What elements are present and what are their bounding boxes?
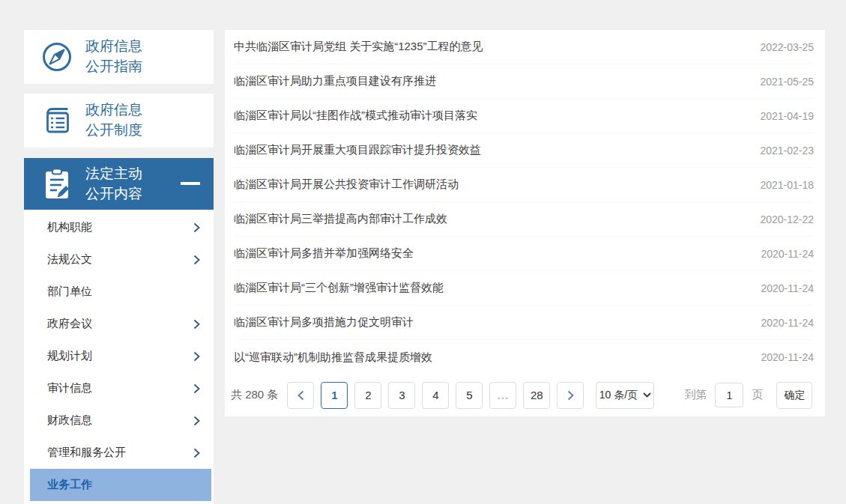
- news-row: 临淄区审计局“三个创新”增强审计监督效能 2020-11-24: [234, 271, 814, 306]
- news-row: 临淄区审计局三举措提高内部审计工作成效 2020-12-22: [234, 202, 814, 237]
- page-button-3[interactable]: 3: [388, 382, 415, 409]
- sidebar-card-label: 法定主动 公开内容: [85, 164, 142, 204]
- goto-page-input[interactable]: [715, 383, 743, 407]
- page-button-5[interactable]: 5: [456, 382, 483, 409]
- news-link[interactable]: 临淄区审计局助力重点项目建设有序推进: [234, 74, 745, 88]
- menu-item-label: 业务工作: [47, 478, 92, 492]
- page-button-28[interactable]: 28: [523, 382, 550, 409]
- news-row: 临淄区审计局多项措施力促文明审计 2020-11-24: [234, 306, 814, 340]
- chevron-right-icon: [193, 416, 200, 426]
- chevron-down-icon: [643, 392, 651, 398]
- menu-item-label: 法规公文: [47, 252, 92, 267]
- page-button-1[interactable]: 1: [321, 382, 348, 409]
- news-date: 2020-11-24: [761, 248, 814, 260]
- news-date: 2020-12-22: [760, 213, 814, 225]
- menu-item-label: 规划计划: [47, 349, 92, 363]
- news-link[interactable]: 临淄区审计局开展重大项目跟踪审计提升投资效益: [234, 143, 745, 157]
- news-link[interactable]: 以“巡审联动”机制助推监督成果提质增效: [234, 350, 746, 365]
- chevron-right-icon: [193, 319, 200, 330]
- chevron-right-icon: [193, 351, 200, 362]
- news-list: 中共临淄区审计局党组 关于实施“1235”工程的意见 2022-03-25 临淄…: [225, 30, 825, 374]
- prev-page-button[interactable]: [287, 382, 314, 409]
- news-date: 2021-04-19: [760, 110, 814, 122]
- news-row: 以“巡审联动”机制助推监督成果提质增效 2020-11-24: [234, 340, 814, 374]
- sidebar-item-jigouzhineng[interactable]: 机构职能: [24, 211, 214, 243]
- page-size-select[interactable]: 10 条/页: [596, 382, 654, 409]
- sidebar-item-guanli-fuwu[interactable]: 管理和服务公开: [24, 437, 214, 469]
- news-date: 2020-11-24: [761, 351, 814, 363]
- menu-item-label: 机构职能: [47, 220, 92, 234]
- page-button-4[interactable]: 4: [422, 382, 449, 409]
- sidebar: 政府信息 公开指南 政府信息 公开制度: [24, 30, 214, 504]
- ledger-icon: [40, 104, 73, 137]
- menu-item-label: 财政信息: [47, 413, 92, 428]
- compass-icon: [40, 40, 73, 73]
- news-link[interactable]: 临淄区审计局开展公共投资审计工作调研活动: [234, 177, 745, 192]
- chevron-right-icon: [193, 255, 200, 265]
- news-row: 临淄区审计局以“挂图作战”模式推动审计项目落实 2021-04-19: [234, 99, 814, 133]
- page-button-2[interactable]: 2: [354, 382, 381, 409]
- sidebar-card-label: 政府信息 公开制度: [85, 100, 142, 141]
- news-link[interactable]: 临淄区审计局多措并举加强网络安全: [234, 246, 746, 261]
- goto-prefix-label: 到第: [684, 388, 707, 402]
- news-row: 临淄区审计局开展公共投资审计工作调研活动 2021-01-18: [234, 168, 814, 202]
- news-link[interactable]: 临淄区审计局“三个创新”增强审计监督效能: [234, 281, 746, 295]
- sidebar-card-system[interactable]: 政府信息 公开制度: [24, 94, 214, 148]
- news-date: 2021-01-18: [760, 179, 814, 191]
- sidebar-item-fagui[interactable]: 法规公文: [24, 243, 214, 276]
- chevron-right-icon: [193, 222, 200, 233]
- news-link[interactable]: 临淄区审计局三举措提高内部审计工作成效: [234, 212, 745, 226]
- news-link[interactable]: 中共临淄区审计局党组 关于实施“1235”工程的意见: [234, 40, 745, 54]
- sidebar-item-caizheng[interactable]: 财政信息: [24, 404, 214, 437]
- confirm-button[interactable]: 确定: [776, 382, 812, 409]
- sidebar-item-shenji[interactable]: 审计信息: [24, 372, 214, 404]
- news-date: 2021-02-23: [760, 145, 814, 157]
- pagination-total: 共 280 条: [231, 388, 278, 402]
- goto-suffix-label: 页: [752, 388, 763, 402]
- news-date: 2020-11-24: [761, 282, 814, 294]
- sidebar-card-label: 政府信息 公开指南: [85, 37, 142, 77]
- sidebar-submenu: 机构职能 法规公文 部门单位 政府会议 规划计划: [24, 210, 214, 504]
- sidebar-item-bumen[interactable]: 部门单位: [24, 276, 214, 308]
- sidebar-item-yewugongzuo[interactable]: 业务工作: [30, 469, 211, 501]
- main-panel: 中共临淄区审计局党组 关于实施“1235”工程的意见 2022-03-25 临淄…: [225, 30, 825, 416]
- news-row: 临淄区审计局助力重点项目建设有序推进 2021-05-25: [234, 64, 814, 99]
- menu-item-label: 审计信息: [47, 381, 92, 395]
- news-date: 2020-11-24: [761, 317, 814, 329]
- news-row: 临淄区审计局开展重大项目跟踪审计提升投资效益 2021-02-23: [234, 133, 814, 168]
- chevron-right-icon: [193, 383, 200, 394]
- sidebar-item-huiyi[interactable]: 政府会议: [24, 308, 214, 340]
- sidebar-card-guide[interactable]: 政府信息 公开指南: [24, 30, 214, 84]
- page-ellipsis-button[interactable]: ...: [489, 382, 516, 409]
- chevron-right-icon: [193, 448, 200, 458]
- news-row: 中共临淄区审计局党组 关于实施“1235”工程的意见 2022-03-25: [234, 30, 814, 64]
- menu-item-label: 政府会议: [47, 317, 92, 331]
- sidebar-item-guihua[interactable]: 规划计划: [24, 340, 214, 372]
- news-link[interactable]: 临淄区审计局多项措施力促文明审计: [234, 315, 746, 330]
- page-size-label: 10 条/页: [599, 389, 638, 402]
- goto-page-group: 到第 页: [684, 383, 763, 407]
- menu-item-label: 管理和服务公开: [47, 446, 126, 460]
- news-date: 2021-05-25: [760, 76, 814, 88]
- chevron-left-icon: [297, 390, 304, 401]
- minus-icon[interactable]: [181, 182, 200, 185]
- news-link[interactable]: 临淄区审计局以“挂图作战”模式推动审计项目落实: [234, 109, 745, 123]
- chevron-right-icon: [567, 390, 574, 401]
- next-page-button[interactable]: [557, 382, 584, 409]
- clipboard-pen-icon: [40, 168, 73, 201]
- sidebar-card-legal-disclosure[interactable]: 法定主动 公开内容: [24, 158, 214, 210]
- news-date: 2022-03-25: [760, 41, 814, 53]
- news-row: 临淄区审计局多措并举加强网络安全 2020-11-24: [234, 237, 814, 271]
- pagination-bar: 共 280 条 1 2 3 4 5 ... 28 10 条/页 到第 页: [225, 374, 825, 416]
- menu-item-label: 部门单位: [47, 285, 92, 299]
